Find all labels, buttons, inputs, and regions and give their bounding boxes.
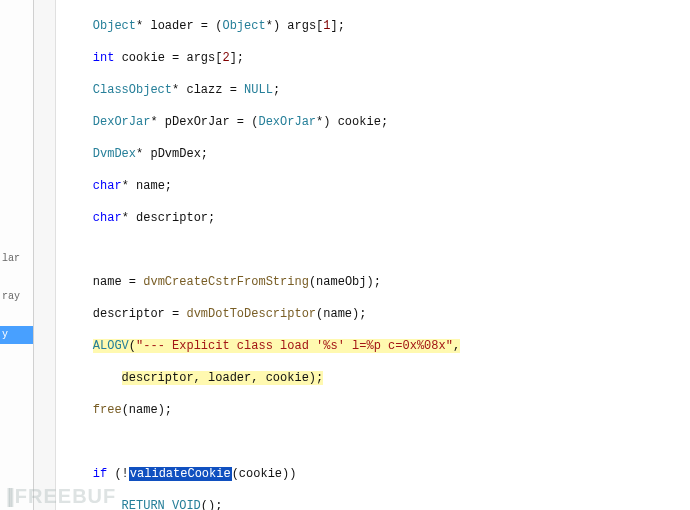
code-editor[interactable]: Object* loader = (Object*) args[1]; int …: [56, 0, 690, 510]
symbol-sidebar: lar ray y: [0, 0, 34, 510]
code-line: descriptor, loader, cookie);: [64, 370, 690, 386]
code-line: DvmDex* pDvmDex;: [64, 146, 690, 162]
sidebar-item[interactable]: ray: [0, 288, 33, 306]
code-line: if (!validateCookie(cookie)): [64, 466, 690, 482]
code-line: ClassObject* clazz = NULL;: [64, 82, 690, 98]
code-line: descriptor = dvmDotToDescriptor(name);: [64, 306, 690, 322]
code-line: Object* loader = (Object*) args[1];: [64, 18, 690, 34]
sidebar-item-selected[interactable]: y: [0, 326, 33, 344]
editor-gutter: [34, 0, 56, 510]
code-line: char* descriptor;: [64, 210, 690, 226]
code-line: int cookie = args[2];: [64, 50, 690, 66]
code-line: DexOrJar* pDexOrJar = (DexOrJar*) cookie…: [64, 114, 690, 130]
code-line: [64, 242, 690, 258]
selected-token: validateCookie: [129, 467, 232, 481]
code-line: char* name;: [64, 178, 690, 194]
code-line: ALOGV("--- Explicit class load '%s' l=%p…: [64, 338, 690, 354]
code-line: RETURN_VOID();: [64, 498, 690, 510]
sidebar-item[interactable]: lar: [0, 250, 33, 268]
code-line: free(name);: [64, 402, 690, 418]
code-line: [64, 434, 690, 450]
code-line: name = dvmCreateCstrFromString(nameObj);: [64, 274, 690, 290]
